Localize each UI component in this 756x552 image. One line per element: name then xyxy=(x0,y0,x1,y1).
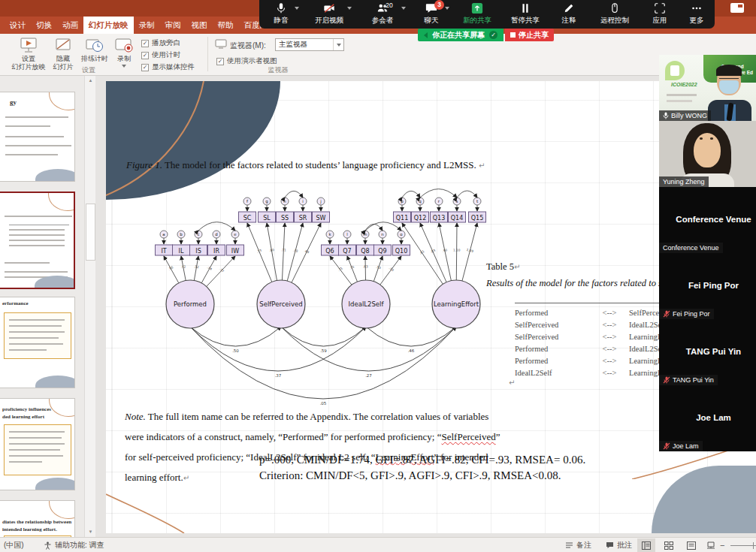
tab-transitions[interactable]: 切换 xyxy=(31,17,57,34)
tab-design[interactable]: 设计 xyxy=(5,17,31,34)
more-button[interactable]: 更多 xyxy=(679,0,715,29)
monitor-dropdown[interactable]: 主监视器 xyxy=(275,38,344,51)
reading-view-button[interactable] xyxy=(682,538,700,552)
record-icon xyxy=(114,37,134,53)
slide-thumbnail-1[interactable]: gy xyxy=(0,92,75,182)
svg-text:s: s xyxy=(456,199,458,204)
scroll-down-button[interactable]: ▼ xyxy=(86,527,95,537)
svg-text:.80: .80 xyxy=(269,248,275,252)
chevron-down-icon[interactable] xyxy=(295,7,299,10)
tab-slideshow[interactable]: 幻灯片放映 xyxy=(83,17,134,34)
setup-slideshow-button[interactable]: 设置 幻灯片放映 xyxy=(11,37,47,71)
svg-text:p: p xyxy=(401,199,404,204)
slide-thumbnail-4[interactable]: proficiency influences ded learning effo… xyxy=(0,398,75,490)
note-line: were indicators of a construct, namely, … xyxy=(125,427,500,447)
participant-tile-fei-ping-por[interactable]: Fei Ping Por Fei Ping Por xyxy=(659,253,756,319)
remote-control-button[interactable]: 远程控制 xyxy=(588,0,641,29)
svg-text:.59: .59 xyxy=(320,348,327,353)
tab-help[interactable]: 帮助 xyxy=(213,17,239,34)
window-preview-icon[interactable] xyxy=(730,3,744,13)
record-dropdown-caret[interactable] xyxy=(122,65,126,68)
svg-text:a: a xyxy=(162,232,165,237)
thumb-decoration xyxy=(48,192,75,211)
remote-control-icon xyxy=(609,2,621,14)
participant-tile-joe-lam[interactable]: Joe Lam Joe Lam xyxy=(659,385,756,451)
slideshow-view-icon xyxy=(706,541,715,550)
record-button[interactable]: 录制 xyxy=(111,37,137,68)
svg-text:IR: IR xyxy=(213,248,219,255)
use-timings-checkbox[interactable]: ✓ 使用计时 xyxy=(141,50,180,60)
monitor-dropdown-arrow[interactable] xyxy=(333,39,343,50)
figure-caption[interactable]: Figure 1. The model for the factors rela… xyxy=(126,159,485,171)
accessibility-status[interactable]: 辅助功能: 调查 xyxy=(44,538,104,552)
start-video-button[interactable]: 开启视频 xyxy=(303,0,355,29)
figure-caption-text: The model for the factors related to stu… xyxy=(162,159,479,170)
zoom-slider[interactable] xyxy=(730,545,756,546)
pause-share-button[interactable]: 暂停共享 xyxy=(501,0,549,29)
chevron-down-icon[interactable] xyxy=(445,7,449,10)
zoom-out-button[interactable]: − xyxy=(720,538,724,552)
fit-statistics-block[interactable]: p=.000, CMIN/DF=1.74, GFI=.87, AGFI=.82,… xyxy=(259,452,585,484)
variable-name: Performed xyxy=(515,309,590,317)
slide-decoration-blob xyxy=(652,466,756,533)
slideshow-view-button[interactable] xyxy=(702,538,720,552)
scrollbar-thumb[interactable] xyxy=(86,204,95,261)
participant-tile-tang-pui-yin[interactable]: TANG Pui Yin TANG Pui Yin xyxy=(659,319,756,385)
mic-icon xyxy=(663,112,669,119)
slide-thumbnail-3[interactable]: erformance xyxy=(0,297,75,388)
chevron-down-icon[interactable] xyxy=(347,7,352,10)
rehearse-timings-label: 排练计时 xyxy=(81,55,108,62)
rehearse-timings-button[interactable]: 排练计时 xyxy=(78,37,111,63)
tab-review[interactable]: 审阅 xyxy=(160,17,186,34)
participant-tile-yuning-zheng[interactable]: Yuning Zheng xyxy=(659,121,756,187)
language-status[interactable]: (中国) xyxy=(4,538,24,552)
slide-sorter-view-button[interactable] xyxy=(660,538,678,552)
annotate-button[interactable]: 注释 xyxy=(549,0,588,29)
correlation-arrow: <--> xyxy=(590,345,629,353)
setup-slideshow-icon xyxy=(19,37,38,53)
tab-view[interactable]: 视图 xyxy=(186,17,213,34)
thumbnail-scrollbar[interactable]: ▲ ▼ xyxy=(84,76,95,537)
table-caption[interactable]: Results of the model for the factors rel… xyxy=(486,278,678,289)
svg-text:.71: .71 xyxy=(281,248,286,252)
scroll-up-button[interactable]: ▲ xyxy=(86,76,95,86)
play-narrations-checkbox[interactable]: ✓ 播放旁白 xyxy=(141,38,180,48)
table-title[interactable]: Table 5↵ xyxy=(486,261,520,273)
participant-name-label: TANG Pui Yin xyxy=(659,375,718,385)
tab-record[interactable]: 录制 xyxy=(134,17,160,34)
chevron-down-icon[interactable] xyxy=(401,7,406,10)
participant-center-name: Fei Ping Por xyxy=(659,281,756,290)
participant-tile-billy-wong[interactable]: Open and Innovative Ed ICOIE2022 Billy W… xyxy=(659,55,756,121)
comments-button[interactable]: 批注 xyxy=(606,538,632,552)
note-line: Note. The full item name can be referred… xyxy=(125,406,500,427)
svg-text:.52: .52 xyxy=(194,264,200,269)
apps-icon xyxy=(654,2,666,14)
chat-button[interactable]: 3 聊天 xyxy=(410,0,453,29)
slide-decoration-curve xyxy=(106,487,189,533)
notes-button[interactable]: 备注 xyxy=(565,538,591,552)
svg-text:Q13: Q13 xyxy=(433,215,445,222)
svg-text:g: g xyxy=(265,199,268,204)
ribbon-separator xyxy=(207,37,208,71)
slide-thumbnail-2-current[interactable] xyxy=(0,192,75,289)
svg-text:IdealL2Self: IdealL2Self xyxy=(349,300,385,308)
show-media-controls-checkbox[interactable]: ✓ 显示媒体控件 xyxy=(141,62,195,72)
variable-name: IdealL2Self xyxy=(515,369,590,377)
normal-view-button[interactable] xyxy=(637,538,655,552)
new-share-button[interactable]: 新的共享 xyxy=(453,0,501,29)
mute-button[interactable]: 静音 xyxy=(259,0,303,29)
participants-video-panel: Open and Innovative Ed ICOIE2022 Billy W… xyxy=(659,55,756,451)
svg-text:IT: IT xyxy=(161,248,166,255)
apps-button[interactable]: 应用 xyxy=(641,0,679,29)
svg-text:Q9: Q9 xyxy=(378,248,386,255)
tab-animations[interactable]: 动画 xyxy=(57,17,83,34)
svg-text:1.09: 1.09 xyxy=(466,248,474,253)
banner-collapse-arrow[interactable] xyxy=(424,32,428,38)
participant-tile-conference-venue[interactable]: Conference Venue Conference Venue xyxy=(659,187,756,253)
slide-thumbnail-panel: gy erformance xyxy=(0,76,84,537)
return-mark: ↵ xyxy=(509,379,515,387)
zoom-slider-tick xyxy=(753,542,754,549)
stop-share-button[interactable]: 停止共享 xyxy=(505,29,554,41)
slide-thumbnail-5[interactable]: diates the relationship between intended… xyxy=(0,500,75,537)
participants-button[interactable]: 20 参会者 xyxy=(355,0,410,29)
